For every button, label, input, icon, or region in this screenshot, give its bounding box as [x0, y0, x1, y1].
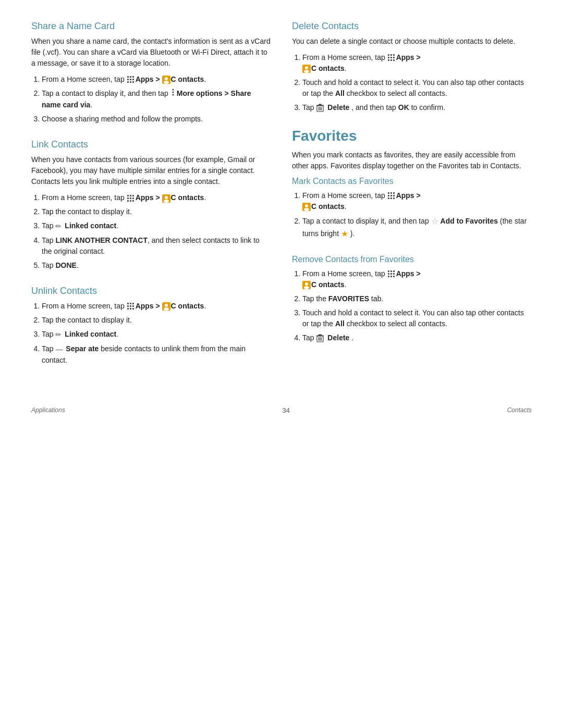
share-step1-text: From a Home screen, tap [42, 75, 127, 83]
svg-rect-18 [127, 198, 129, 199]
svg-rect-84 [321, 337, 322, 341]
svg-rect-5 [132, 79, 134, 80]
svg-rect-28 [130, 303, 131, 304]
svg-rect-85 [316, 336, 324, 337]
svg-rect-34 [130, 308, 131, 310]
ok-label: OK [398, 103, 409, 112]
page-number: 34 [282, 406, 289, 414]
delete-step-3: Tap Delete , and then tap OK [302, 102, 532, 113]
svg-rect-77 [393, 276, 395, 277]
apps-label-2: Apps > [136, 193, 162, 202]
svg-rect-7 [130, 81, 131, 83]
svg-rect-56 [319, 104, 322, 105]
link-step-2: Tap the contact to display it. [42, 206, 271, 217]
svg-rect-3 [127, 79, 129, 80]
done-label: DONE [55, 261, 76, 269]
contacts-icon-3 [162, 302, 170, 311]
svg-rect-16 [130, 195, 131, 196]
link-intro: When you have contacts from various sour… [31, 154, 271, 187]
svg-point-26 [164, 200, 169, 203]
delete-label-2: Delete [327, 334, 349, 342]
svg-point-14 [172, 94, 174, 96]
svg-point-38 [164, 307, 169, 311]
favorites-section: Favorites When you mark contacts as favo… [292, 128, 532, 343]
favorites-main-title: Favorites [292, 128, 532, 144]
svg-rect-29 [132, 303, 134, 304]
delete-icon-2 [316, 334, 324, 342]
svg-rect-72 [388, 273, 389, 275]
svg-rect-62 [393, 195, 395, 196]
svg-rect-4 [130, 79, 131, 80]
share-section: Share a Name Card When you share a name … [31, 21, 271, 125]
delete-steps: From a Home screen, tap [302, 52, 532, 113]
svg-rect-82 [319, 337, 319, 341]
contacts-label-1: C ontacts [171, 75, 204, 83]
delete-icon-1 [316, 104, 324, 112]
svg-point-79 [305, 282, 308, 286]
svg-rect-76 [390, 276, 392, 277]
svg-point-37 [165, 304, 168, 307]
svg-rect-31 [130, 305, 131, 307]
svg-rect-8 [132, 81, 134, 83]
apps-icon [127, 76, 135, 84]
mark-title: Mark Contacts as Favorites [292, 177, 532, 186]
svg-point-80 [304, 286, 309, 289]
svg-rect-44 [393, 57, 395, 58]
contacts-label-2: C ontacts [171, 193, 204, 202]
svg-rect-71 [393, 270, 395, 272]
svg-rect-83 [320, 337, 321, 341]
remove-step-4: Tap Delete . [302, 332, 532, 343]
svg-rect-23 [132, 200, 134, 202]
svg-rect-41 [393, 54, 395, 56]
delete-section: Delete Contacts You can delete a single … [292, 21, 532, 113]
svg-rect-61 [390, 195, 392, 196]
contacts-label-4: C ontacts [311, 64, 345, 72]
apps-icon-2 [127, 194, 135, 203]
unlink-step-2: Tap the contact to display it. [42, 315, 271, 326]
delete-step-1: From a Home screen, tap [302, 52, 532, 74]
share-steps: From a Home screen, tap [42, 74, 271, 125]
svg-point-10 [165, 77, 168, 80]
svg-rect-1 [130, 76, 131, 78]
svg-rect-58 [390, 192, 392, 194]
link-step-1: From a Home screen, tap [42, 192, 271, 203]
svg-rect-65 [393, 198, 395, 199]
unlink-step-4: Tap — Separ ate beside contacts to unlin… [42, 343, 271, 366]
mark-step-1: From a Home screen, tap [302, 190, 532, 212]
svg-point-25 [165, 196, 168, 199]
contacts-icon-2 [162, 194, 170, 203]
svg-rect-6 [127, 81, 129, 83]
share-step-1: From a Home screen, tap [42, 74, 271, 85]
link-icon-1: ✏ [55, 221, 62, 232]
svg-point-50 [304, 70, 309, 73]
share-title: Share a Name Card [31, 21, 271, 32]
delete-intro: You can delete a single contact or choos… [292, 36, 532, 47]
svg-rect-54 [321, 107, 322, 110]
svg-rect-42 [388, 57, 389, 58]
contacts-icon-6 [302, 281, 311, 289]
footer-left: Applications [31, 406, 65, 414]
svg-rect-86 [319, 335, 322, 336]
linked-contact-label: Linked contact [65, 221, 116, 230]
svg-point-67 [305, 204, 308, 207]
svg-rect-75 [388, 276, 389, 277]
more-icon [170, 88, 176, 100]
apps-label-6: Apps > [396, 269, 421, 278]
contacts-icon-4 [302, 65, 311, 73]
share-intro: When you share a name card, the contact'… [31, 36, 271, 69]
all-label-2: All [335, 319, 345, 328]
share-step-2: Tap a contact to display it, and then ta… [42, 88, 271, 110]
svg-rect-69 [388, 270, 389, 272]
link-another-label: LINK ANOTHER CONTACT [55, 236, 148, 244]
link-step-4: Tap LINK ANOTHER CONTACT, and then selec… [42, 235, 271, 257]
svg-rect-63 [388, 198, 389, 199]
link-icon-2: ✏ [55, 329, 62, 340]
svg-rect-59 [393, 192, 395, 194]
star-outline-icon: ☆ [431, 215, 438, 228]
svg-point-68 [304, 208, 309, 211]
svg-rect-53 [320, 107, 321, 110]
apps-label-3: Apps > [136, 302, 162, 310]
svg-rect-40 [390, 54, 392, 56]
svg-rect-52 [319, 107, 319, 110]
link-step-3: Tap ✏ Linked contact. [42, 220, 271, 232]
